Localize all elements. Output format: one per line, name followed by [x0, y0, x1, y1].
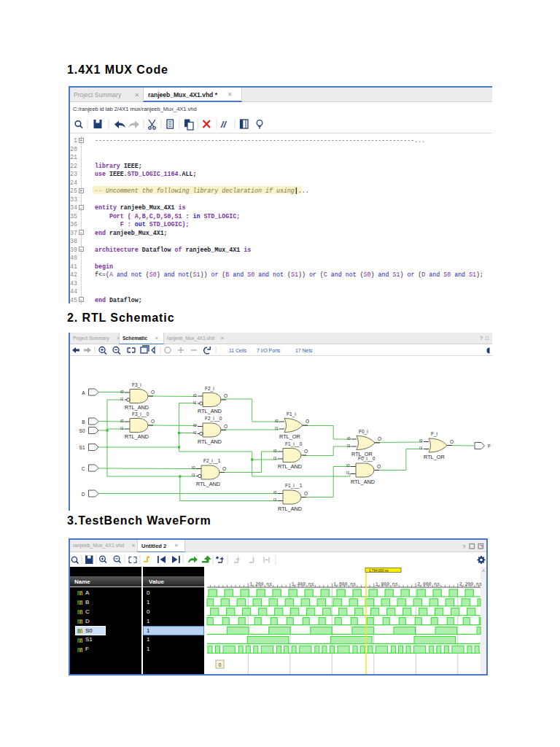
svg-text:F2_i__0: F2_i__0 — [205, 416, 222, 422]
svg-text:RTL_AND: RTL_AND — [198, 408, 222, 414]
svg-text:I0: I0 — [193, 423, 197, 427]
svg-text:A: A — [82, 390, 85, 395]
svg-text:I1: I1 — [347, 444, 351, 448]
svg-text:0: 0 — [219, 662, 222, 667]
svg-text:RTL_AND: RTL_AND — [278, 506, 302, 512]
svg-text:RTL_AND: RTL_AND — [198, 438, 222, 445]
svg-text:F0_i: F0_i — [359, 429, 368, 435]
svg-text:I0: I0 — [120, 390, 124, 394]
svg-text:RTL_AND: RTL_AND — [125, 404, 149, 411]
svg-text:I1: I1 — [120, 397, 124, 401]
svg-text:1,200 ns: 1,200 ns — [249, 582, 272, 587]
svg-text:I0: I0 — [419, 438, 423, 443]
svg-text:2,200 ns: 2,200 ns — [459, 582, 482, 587]
svg-text:RTL_AND: RTL_AND — [125, 433, 149, 440]
svg-text:I0: I0 — [193, 393, 197, 398]
svg-text:O: O — [151, 390, 155, 395]
svg-text:O: O — [151, 419, 155, 424]
svg-text:S0: S0 — [79, 428, 85, 433]
svg-text:I0: I0 — [273, 490, 277, 495]
svg-text:I1: I1 — [346, 471, 350, 475]
svg-text:I1: I1 — [120, 426, 124, 430]
svg-text:I0: I0 — [347, 436, 351, 441]
svg-text:F1_i__1: F1_i__1 — [285, 483, 303, 489]
svg-text:I1: I1 — [273, 498, 277, 502]
svg-text:1,764.000 ns: 1,764.000 ns — [369, 569, 389, 573]
svg-text:F1_i: F1_i — [287, 411, 296, 417]
svg-text:2,000 ns: 2,000 ns — [417, 582, 440, 587]
svg-text:1,400 ns: 1,400 ns — [292, 582, 314, 587]
svg-text:RTL_OR: RTL_OR — [279, 433, 300, 440]
svg-text:O: O — [304, 491, 308, 496]
svg-text:O: O — [222, 466, 226, 471]
svg-text:F_i: F_i — [431, 431, 438, 437]
svg-text:I1: I1 — [273, 456, 277, 460]
svg-text:O: O — [377, 464, 381, 469]
svg-text:7 I/O Ports: 7 I/O Ports — [257, 348, 281, 353]
svg-text:F: F — [488, 444, 491, 449]
svg-text:F2_i__1: F2_i__1 — [203, 458, 221, 464]
svg-text:I0: I0 — [192, 465, 195, 470]
svg-text:F1_i__0: F1_i__0 — [285, 441, 303, 447]
svg-text:D: D — [82, 492, 85, 497]
svg-text:O: O — [378, 436, 381, 441]
svg-text:17 Nets: 17 Nets — [295, 348, 313, 353]
svg-text:11 Cells: 11 Cells — [229, 348, 247, 353]
svg-text:O: O — [304, 449, 308, 454]
svg-text:S1: S1 — [79, 445, 85, 450]
svg-text:I1: I1 — [275, 426, 279, 430]
svg-text:RTL_AND: RTL_AND — [351, 479, 375, 485]
svg-text:I0: I0 — [120, 419, 124, 423]
svg-text:I0: I0 — [275, 419, 279, 423]
svg-text:O: O — [450, 439, 454, 444]
svg-text:I1: I1 — [193, 400, 197, 405]
svg-text:I1: I1 — [193, 430, 197, 435]
svg-text:F0_i__0: F0_i__0 — [358, 456, 376, 462]
svg-text:I1: I1 — [192, 473, 195, 477]
svg-text://: // — [220, 120, 227, 130]
svg-text:F3_i: F3_i — [132, 382, 141, 388]
svg-text:RTL_OR: RTL_OR — [424, 454, 445, 460]
svg-text:C: C — [82, 466, 85, 471]
svg-text:RTL_AND: RTL_AND — [278, 463, 302, 470]
svg-text:I0: I0 — [346, 463, 350, 468]
svg-text:F3_i__0: F3_i__0 — [132, 411, 149, 417]
svg-text:I1: I1 — [419, 446, 423, 450]
svg-text:I0: I0 — [273, 449, 277, 453]
svg-text:1,800 ns: 1,800 ns — [376, 582, 398, 587]
svg-text:O: O — [224, 424, 228, 429]
svg-text:F2_i: F2_i — [205, 386, 214, 392]
svg-text:RTL_AND: RTL_AND — [196, 481, 220, 487]
svg-text:?: ? — [462, 543, 466, 550]
svg-text:1,600 ns: 1,600 ns — [333, 582, 356, 587]
svg-text:B: B — [82, 419, 85, 425]
svg-text:O: O — [224, 393, 228, 398]
svg-text:O: O — [306, 419, 309, 424]
